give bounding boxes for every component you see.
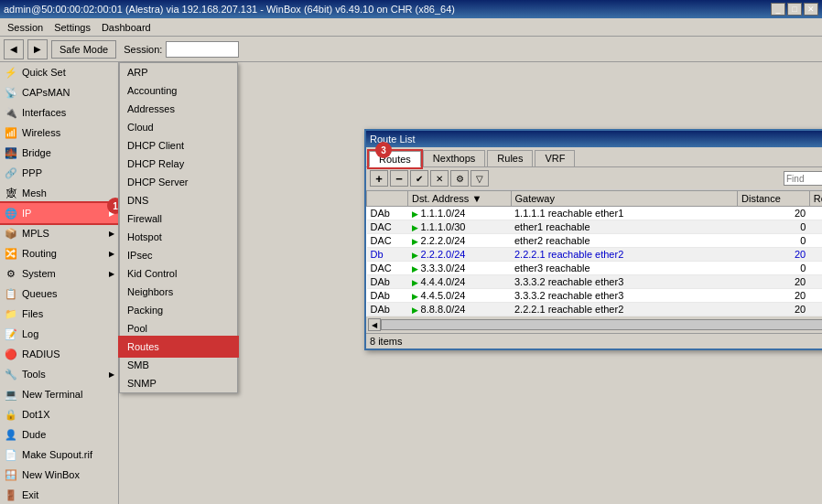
route-search-input[interactable]: [784, 171, 822, 186]
submenu-ipsec[interactable]: IPsec: [120, 246, 237, 264]
submenu-dhcpserver[interactable]: DHCP Server: [120, 173, 237, 191]
submenu-firewall[interactable]: Firewall: [120, 209, 237, 228]
route-delete-button[interactable]: ✕: [430, 170, 449, 187]
session-label: Session:: [124, 44, 162, 55]
route-copy-button[interactable]: ✔: [410, 170, 428, 187]
table-row[interactable]: DAb ▶ 4.4.5.0/24 3.3.3.2 reachable ether…: [367, 289, 823, 303]
route-status-bar: 8 items: [366, 333, 822, 349]
table-row[interactable]: DAb ▶ 8.8.8.0/24 2.2.2.1 reachable ether…: [367, 303, 823, 316]
submenu-smb[interactable]: SMB: [120, 356, 237, 374]
cell-routingmark: [809, 248, 822, 262]
sidebar-item-bridge[interactable]: 🌉 Bridge: [0, 143, 118, 163]
sidebar-item-mpls[interactable]: 📦 MPLS: [0, 223, 118, 243]
submenu-accounting[interactable]: Accounting: [120, 81, 237, 100]
sidebar-item-interfaces[interactable]: 🔌 Interfaces: [0, 102, 118, 123]
sidebar-item-tools[interactable]: 🔧 Tools: [0, 364, 118, 384]
col-flag[interactable]: [367, 191, 408, 207]
newwinbox-icon: 🪟: [4, 467, 18, 482]
content-area: ARP Accounting Addresses Cloud DHCP Clie…: [119, 62, 822, 504]
sidebar-item-newterminal[interactable]: 💻 New Terminal: [0, 384, 118, 404]
menu-session[interactable]: Session: [2, 20, 49, 35]
cell-distance: 20: [738, 207, 810, 220]
route-tabs: Routes Nexthops Rules VRF: [366, 147, 822, 167]
tab-vrf[interactable]: VRF: [535, 150, 575, 166]
sidebar-label-log: Log: [22, 328, 38, 339]
submenu-kidcontrol[interactable]: Kid Control: [120, 264, 237, 283]
submenu-cloud[interactable]: Cloud: [120, 118, 237, 136]
sidebar-label-dude: Dude: [22, 429, 46, 440]
forward-button[interactable]: ▶: [27, 39, 48, 59]
sidebar-item-routing[interactable]: 🔀 Routing: [0, 243, 118, 263]
sidebar-item-dude[interactable]: 👤 Dude: [0, 424, 118, 445]
submenu-dns[interactable]: DNS: [120, 191, 237, 209]
ip-icon: 🌐: [4, 206, 18, 220]
submenu-dhcprelay[interactable]: DHCP Relay: [120, 155, 237, 173]
cell-routingmark: [809, 275, 822, 289]
sidebar-item-files[interactable]: 📁 Files: [0, 304, 118, 324]
sidebar-item-makesupout[interactable]: 📄 Make Supout.rif: [0, 445, 118, 465]
sidebar-item-queues[interactable]: 📋 Queues: [0, 284, 118, 304]
submenu-addresses[interactable]: Addresses: [120, 100, 237, 118]
submenu-snmp[interactable]: SNMP: [120, 374, 237, 392]
sidebar-item-quickset[interactable]: ⚡ Quick Set: [0, 62, 118, 82]
sidebar-item-ip[interactable]: 🌐 IP ▶ 1: [0, 203, 118, 223]
menu-dashboard[interactable]: Dashboard: [96, 20, 157, 35]
submenu-hotspot[interactable]: Hotspot: [120, 228, 237, 246]
session-input[interactable]: [166, 41, 239, 58]
safe-mode-button[interactable]: Safe Mode: [51, 40, 116, 59]
table-row[interactable]: Db ▶ 2.2.2.0/24 2.2.2.1 reachable ether2…: [367, 248, 823, 262]
sidebar-item-exit[interactable]: 🚪 Exit: [0, 485, 118, 504]
sidebar-item-ppp[interactable]: 🔗 PPP: [0, 163, 118, 183]
table-row[interactable]: DAb ▶ 4.4.4.0/24 3.3.3.2 reachable ether…: [367, 275, 823, 289]
minimize-button[interactable]: _: [771, 3, 785, 16]
col-distance[interactable]: Distance: [738, 191, 810, 207]
submenu-arp[interactable]: ARP: [120, 63, 237, 81]
col-gateway[interactable]: Gateway: [511, 191, 738, 207]
route-settings-button[interactable]: ⚙: [450, 170, 469, 187]
submenu-dhcpclient[interactable]: DHCP Client: [120, 136, 237, 155]
submenu-routes[interactable]: Routes: [120, 338, 237, 356]
table-row[interactable]: DAC ▶ 3.3.3.0/24 ether3 reachable 0: [367, 262, 823, 275]
sidebar-item-mesh[interactable]: 🕸 Mesh: [0, 183, 118, 203]
newterminal-icon: 💻: [4, 387, 18, 402]
back-button[interactable]: ◀: [4, 39, 24, 59]
scroll-track[interactable]: [381, 319, 822, 330]
route-add-button[interactable]: +: [370, 170, 388, 187]
route-filter-button[interactable]: ▽: [470, 170, 489, 187]
menu-settings[interactable]: Settings: [49, 20, 96, 35]
cell-distance: 20: [738, 248, 810, 262]
sidebar-label-mesh: Mesh: [22, 188, 47, 198]
submenu-pool[interactable]: Pool: [120, 319, 237, 338]
tab-rules[interactable]: Rules: [487, 150, 533, 166]
sidebar-label-capsman: CAPsMAN: [22, 87, 70, 98]
sidebar-item-log[interactable]: 📝 Log: [0, 324, 118, 344]
cell-gateway: ether1 reachable: [511, 220, 738, 234]
col-routingmark[interactable]: Routing Mark ▼: [809, 191, 822, 207]
col-dst[interactable]: Dst. Address ▼: [408, 191, 512, 207]
sidebar-label-queues: Queues: [22, 288, 58, 299]
cell-distance: 0: [738, 262, 810, 275]
close-button[interactable]: ✕: [804, 3, 818, 16]
sidebar-label-tools: Tools: [22, 369, 46, 380]
sidebar-item-capsman[interactable]: 📡 CAPsMAN: [0, 82, 118, 102]
sidebar-item-newwinbox[interactable]: 🪟 New WinBox: [0, 465, 118, 485]
interfaces-icon: 🔌: [4, 105, 18, 120]
maximize-button[interactable]: □: [787, 3, 802, 16]
table-row[interactable]: DAC ▶ 2.2.2.0/24 ether2 reachable 0: [367, 234, 823, 248]
sidebar-label-routing: Routing: [22, 248, 57, 259]
table-row[interactable]: DAC ▶ 1.1.1.0/30 ether1 reachable 0: [367, 220, 823, 234]
table-row[interactable]: DAb ▶ 1.1.1.0/24 1.1.1.1 reachable ether…: [367, 207, 823, 220]
submenu-packing[interactable]: Packing: [120, 301, 237, 319]
sidebar-item-dot1x[interactable]: 🔒 Dot1X: [0, 404, 118, 424]
scroll-left-button[interactable]: ◀: [368, 318, 381, 331]
sidebar-item-radius[interactable]: 🔴 RADIUS: [0, 344, 118, 364]
sidebar-item-system[interactable]: ⚙ System: [0, 263, 118, 284]
cell-distance: 20: [738, 289, 810, 303]
tab-nexthops[interactable]: Nexthops: [423, 150, 485, 166]
exit-icon: 🚪: [4, 488, 18, 502]
submenu-neighbors[interactable]: Neighbors: [120, 283, 237, 301]
bridge-icon: 🌉: [4, 145, 18, 160]
sidebar-label-newwinbox: New WinBox: [22, 469, 80, 480]
route-remove-button[interactable]: −: [390, 170, 408, 187]
sidebar-item-wireless[interactable]: 📶 Wireless: [0, 123, 118, 143]
